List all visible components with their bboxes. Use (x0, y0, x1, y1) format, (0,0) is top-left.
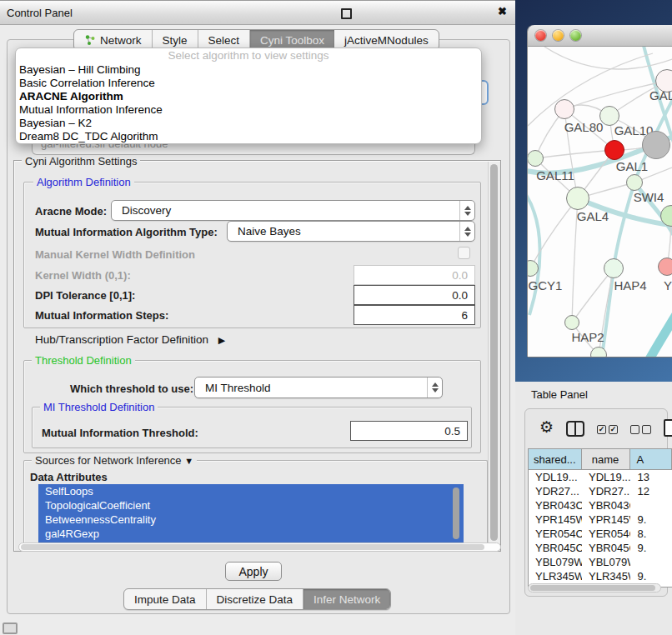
which-threshold-combo[interactable]: MI Threshold (194, 377, 443, 398)
network-node-y[interactable] (658, 258, 672, 276)
table-cell[interactable]: YDR27... (529, 484, 582, 498)
table-cell[interactable]: YBR045C (529, 541, 582, 555)
tab-cyni-toolbox-label: Cyni Toolbox (260, 34, 324, 47)
settings-vertical-scrollbar-thumb[interactable] (490, 164, 498, 541)
table-cell[interactable]: YBL079W (582, 555, 630, 569)
network-node[interactable] (660, 205, 672, 227)
table-row[interactable]: YBL079WYBL079W (529, 555, 672, 569)
table-cell[interactable]: YPR145W (529, 512, 582, 527)
attribute-list-item[interactable]: BetweennessCentrality (38, 512, 464, 527)
table-cell[interactable]: YDR27... (582, 484, 630, 498)
unchecked-checkbox-icon (642, 425, 651, 434)
table-cell[interactable]: YLR345W (529, 569, 582, 583)
network-node-hap4[interactable] (604, 258, 624, 278)
table-cell[interactable]: YER054C (582, 527, 630, 541)
tab-infer-network[interactable]: Infer Network (303, 589, 390, 609)
attribute-list-item[interactable]: SelfLoops (38, 484, 464, 498)
table-cell[interactable]: YBR043C (582, 498, 630, 512)
mi-threshold-field[interactable]: 0.5 (350, 421, 468, 441)
column-layout-icon[interactable] (566, 421, 584, 437)
network-window-titlebar[interactable] (528, 25, 672, 47)
table-cell[interactable]: YBR043C (529, 498, 582, 512)
tab-discretize-data[interactable]: Discretize Data (207, 589, 304, 609)
hub-definition-expander[interactable]: Hub/Transcription Factor Definition ▶ (35, 333, 225, 346)
network-node-gcy1[interactable] (528, 260, 539, 277)
attributes-scrollbar-thumb[interactable] (453, 488, 459, 539)
column-header-clipped[interactable]: A (630, 449, 672, 469)
algorithm-option[interactable]: ARACNE Algorithm (16, 90, 481, 103)
node-label: GCY1 (529, 278, 563, 292)
table-cell[interactable]: YER054C (529, 527, 582, 541)
algorithm-option[interactable]: Basic Correlation Inference (16, 77, 481, 90)
algorithm-option[interactable]: Bayesian – K2 (16, 117, 481, 130)
algorithm-option[interactable]: Bayesian – Hill Climbing (16, 63, 481, 77)
algorithm-option[interactable]: Mutual Information Inference (16, 103, 481, 117)
table-cell[interactable]: 8. (630, 527, 672, 541)
column-header-shared-name[interactable]: shared... (529, 449, 582, 469)
table-cell[interactable]: 9. (630, 569, 672, 583)
network-node[interactable] (590, 347, 607, 357)
gear-icon[interactable]: ⚙ (539, 419, 554, 435)
network-node-swi4[interactable] (626, 174, 643, 191)
table-cell[interactable]: 9. (630, 541, 672, 555)
document-icon[interactable] (664, 419, 672, 437)
attribute-list-item[interactable]: gal4RGexp (38, 527, 464, 541)
table-cell[interactable]: 12 (630, 484, 672, 498)
network-selector-combo[interactable]: gal-filtered.sif default node (32, 143, 475, 155)
table-horizontal-scrollbar[interactable] (528, 583, 661, 592)
dpi-tolerance-field[interactable]: 0.0 (354, 285, 475, 305)
control-panel-title: Control Panel (7, 7, 73, 19)
cyni-bottom-tabbar: Impute Data Discretize Data Infer Networ… (123, 588, 391, 610)
mi-type-combo[interactable]: Naive Bayes (227, 221, 475, 242)
sources-group-title[interactable]: Sources for Network Inference ▼ (32, 454, 197, 467)
close-traffic-light-button[interactable] (535, 30, 546, 41)
apply-button[interactable]: Apply (225, 562, 282, 581)
algorithm-definition-title: Algorithm Definition (33, 176, 134, 188)
table-cell[interactable]: 13 (630, 470, 672, 484)
table-row[interactable]: YLR345WYLR345W9. (529, 569, 672, 583)
table-row[interactable]: YPR145WYPR145W9. (529, 512, 672, 527)
table-cell[interactable]: YDL19... (582, 470, 630, 484)
hub-definition-label: Hub/Transcription Factor Definition (35, 333, 208, 346)
column-header-name[interactable]: name (582, 449, 630, 469)
algorithm-option[interactable]: Dream8 DC_TDC Algorithm (16, 130, 481, 143)
close-window-icon[interactable]: ✖ (498, 5, 507, 18)
table-cell[interactable] (630, 555, 672, 569)
float-window-icon[interactable] (341, 8, 352, 19)
deselect-all-checkboxes-icon[interactable] (630, 425, 651, 434)
tab-impute-data[interactable]: Impute Data (124, 589, 207, 609)
zoom-traffic-light-button[interactable] (570, 30, 581, 41)
node-label: HAP4 (614, 278, 646, 292)
network-node-gal80[interactable] (554, 99, 574, 119)
table-cell[interactable]: YBR045C (582, 541, 630, 555)
table-row[interactable]: YDR27...YDR27...12 (529, 484, 672, 498)
corner-widget-icon[interactable] (3, 622, 18, 634)
table-row[interactable]: YER054CYER054C8. (529, 527, 672, 541)
settings-horizontal-scrollbar-thumb[interactable] (21, 544, 484, 550)
select-all-checkboxes-icon[interactable]: ✓ ✓ (597, 425, 618, 434)
network-node-hap2[interactable] (564, 315, 579, 330)
mi-steps-field[interactable]: 6 (354, 305, 475, 325)
network-node-gal4[interactable] (566, 187, 589, 210)
table-cell[interactable]: YLR345W (582, 569, 630, 583)
settings-vertical-scrollbar[interactable] (488, 162, 499, 547)
mi-steps-value: 6 (461, 309, 468, 322)
table-horizontal-scrollbar-thumb[interactable] (530, 585, 655, 591)
minimize-traffic-light-button[interactable] (553, 30, 564, 41)
aracne-mode-combo[interactable]: Discovery (111, 200, 475, 221)
table-row[interactable]: YDL19...YDL19...13 (529, 470, 672, 484)
network-node[interactable] (642, 131, 670, 159)
table-cell[interactable]: YDL19... (529, 470, 582, 484)
settings-horizontal-scrollbar[interactable] (18, 542, 501, 552)
data-attributes-list: SelfLoopsTopologicalCoefficientBetweenne… (38, 484, 464, 542)
table-cell[interactable] (630, 498, 672, 512)
table-row[interactable]: YBR043CYBR043C (529, 498, 672, 512)
network-node-gal1[interactable] (604, 140, 624, 160)
network-node-gal11[interactable] (528, 150, 544, 167)
table-cell[interactable]: 9. (630, 512, 672, 527)
network-canvas[interactable]: GALGAL80GAL10GAL1GAL11SWI4GAL4GCY1HAP4YH… (528, 47, 672, 357)
table-cell[interactable]: YPR145W (582, 512, 630, 527)
attribute-list-item[interactable]: TopologicalCoefficient (38, 498, 464, 512)
table-row[interactable]: YBR045CYBR045C9. (529, 541, 672, 555)
table-cell[interactable]: YBL079W (529, 555, 582, 569)
